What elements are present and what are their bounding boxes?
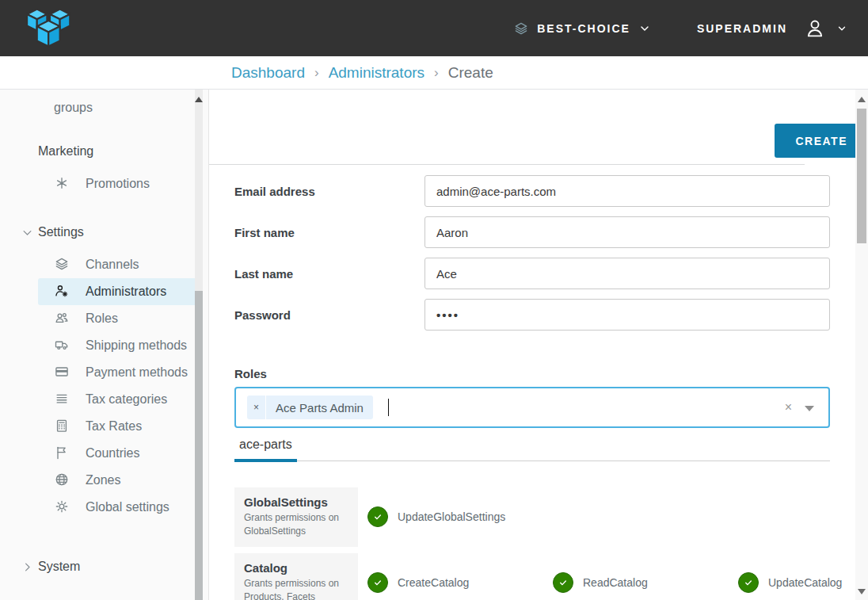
breadcrumb-separator: › — [314, 65, 319, 81]
sidebar-item-label: Countries — [86, 446, 139, 460]
credit-card-icon — [54, 364, 70, 380]
password-field[interactable] — [424, 299, 830, 331]
app-window: BEST-CHOICE SUPERADMIN Dashboard › Admin… — [0, 0, 868, 600]
sidebar-item-label: Promotions — [86, 177, 150, 190]
check-toggle-icon[interactable] — [738, 572, 759, 593]
chevron-down-icon — [21, 227, 33, 239]
first-name-field[interactable] — [424, 216, 830, 248]
topbar-right: BEST-CHOICE SUPERADMIN — [513, 17, 868, 40]
flag-icon — [54, 445, 70, 461]
permission-label: CreateCatalog — [398, 576, 469, 589]
sidebar-item-label: Global settings — [86, 500, 169, 514]
permission-createcatalog: CreateCatalog — [367, 572, 553, 593]
sidebar-item-label: groups — [54, 98, 188, 117]
sidebar-item-zones[interactable]: Zones — [38, 467, 195, 494]
clear-icon[interactable]: × — [785, 399, 792, 415]
scrollbar-thumb[interactable] — [857, 109, 866, 243]
sidebar-item-payment-methods[interactable]: Payment methods — [38, 359, 195, 386]
table-row-catalog: Catalog Grants permissions on Products, … — [234, 553, 830, 600]
sidebar-item-tax-categories[interactable]: Tax categories — [38, 386, 195, 413]
table-row-globalsettings: GlobalSettings Grants permissions on Glo… — [234, 487, 830, 547]
breadcrumb-dashboard[interactable]: Dashboard — [231, 64, 305, 82]
scroll-up-arrow[interactable] — [195, 97, 203, 102]
sidebar-item-label: Channels — [86, 258, 139, 271]
vendure-logo[interactable] — [22, 6, 78, 51]
cube-logo-icon — [22, 6, 78, 51]
permission-label: UpdateGlobalSettings — [398, 510, 505, 523]
chip-remove-icon[interactable]: × — [247, 396, 266, 419]
sidebar-item-global-settings[interactable]: Global settings — [38, 494, 195, 521]
permission-updateglobalsettings: UpdateGlobalSettings — [367, 506, 553, 527]
text-cursor — [388, 399, 390, 416]
last-name-label: Last name — [234, 267, 424, 281]
administrator-icon — [54, 283, 70, 299]
header-divider — [209, 164, 805, 165]
sidebar-item-label: Shipping methods — [86, 338, 187, 352]
roles-select[interactable]: × Ace Parts Admin × — [234, 387, 830, 428]
sidebar-item-promotions[interactable]: Promotions — [38, 170, 195, 197]
user-icon — [803, 17, 827, 40]
sidebar-item-label: Tax categories — [86, 392, 167, 406]
roles-label: Roles — [234, 367, 830, 380]
channel-selector[interactable]: BEST-CHOICE — [513, 21, 651, 36]
scrollbar-thumb[interactable] — [195, 291, 203, 600]
sidebar-nav: groups Marketing Promotions Settings Cha… — [0, 90, 208, 581]
sidebar-item-administrators[interactable]: Administrators — [38, 278, 195, 305]
permission-group-description: Grants permissions on GlobalSettings — [244, 511, 348, 539]
truck-icon — [54, 337, 70, 353]
sidebar-item-countries[interactable]: Countries — [38, 440, 195, 467]
sidebar: groups Marketing Promotions Settings Cha… — [0, 90, 209, 600]
asterisk-icon — [54, 175, 70, 191]
sidebar-item-tax-rates[interactable]: Tax Rates — [38, 413, 195, 440]
username: SUPERADMIN — [697, 22, 787, 35]
create-button[interactable]: CREATE — [775, 124, 868, 158]
permission-label: ReadCatalog — [583, 576, 648, 589]
breadcrumb: Dashboard › Administrators › Create — [0, 64, 493, 82]
list-icon — [54, 391, 70, 407]
permission-group-header: GlobalSettings Grants permissions on Glo… — [234, 487, 358, 547]
layers-icon — [54, 256, 70, 272]
sidebar-scrollbar[interactable] — [195, 90, 203, 600]
first-name-row: First name — [234, 216, 830, 248]
user-menu[interactable]: SUPERADMIN — [697, 17, 847, 40]
sidebar-item-roles[interactable]: Roles — [38, 305, 195, 332]
email-field[interactable] — [424, 175, 830, 207]
sidebar-item-shipping-methods[interactable]: Shipping methods — [38, 332, 195, 359]
password-label: Password — [234, 308, 424, 322]
users-icon — [54, 310, 70, 326]
dropdown-arrow-icon[interactable] — [805, 406, 814, 411]
sidebar-item-channels[interactable]: Channels — [38, 251, 195, 278]
check-toggle-icon[interactable] — [367, 506, 388, 527]
sidebar-section-settings[interactable]: Settings — [0, 218, 208, 246]
last-name-field[interactable] — [424, 258, 830, 289]
scroll-up-arrow[interactable] — [858, 97, 866, 102]
check-toggle-icon[interactable] — [367, 572, 388, 593]
password-row: Password — [234, 299, 830, 331]
email-row: Email address — [234, 175, 830, 207]
scroll-down-arrow[interactable] — [858, 589, 866, 594]
permission-label: UpdateCatalog — [768, 576, 842, 589]
role-chip: × Ace Parts Admin — [247, 396, 373, 419]
breadcrumb-administrators[interactable]: Administrators — [329, 64, 424, 82]
breadcrumb-bar: Dashboard › Administrators › Create — [0, 56, 868, 90]
permissions-table: GlobalSettings Grants permissions on Glo… — [234, 487, 830, 600]
breadcrumb-separator: › — [434, 65, 439, 81]
sidebar-item-label: Tax Rates — [86, 419, 142, 433]
permission-group-title: GlobalSettings — [244, 495, 348, 509]
chip-label: Ace Parts Admin — [266, 396, 373, 419]
permission-readcatalog: ReadCatalog — [553, 572, 738, 593]
sidebar-section-system[interactable]: System — [0, 552, 208, 581]
tab-ace-parts[interactable]: ace-parts — [234, 434, 297, 462]
first-name-label: First name — [234, 226, 424, 239]
sidebar-item-customer-groups[interactable]: groups — [38, 90, 195, 117]
check-toggle-icon[interactable] — [553, 572, 573, 593]
sidebar-section-marketing: Marketing — [0, 137, 208, 166]
main-scrollbar[interactable] — [855, 90, 868, 600]
main-panel: CREATE Email address First name Last nam… — [209, 90, 868, 600]
permission-group-header: Catalog Grants permissions on Products, … — [234, 553, 358, 600]
chevron-right-icon — [21, 561, 33, 573]
permission-group-title: Catalog — [244, 561, 348, 575]
email-label: Email address — [234, 185, 424, 198]
chevron-down-icon — [638, 22, 651, 35]
roles-group: Roles × Ace Parts Admin × — [234, 367, 830, 428]
